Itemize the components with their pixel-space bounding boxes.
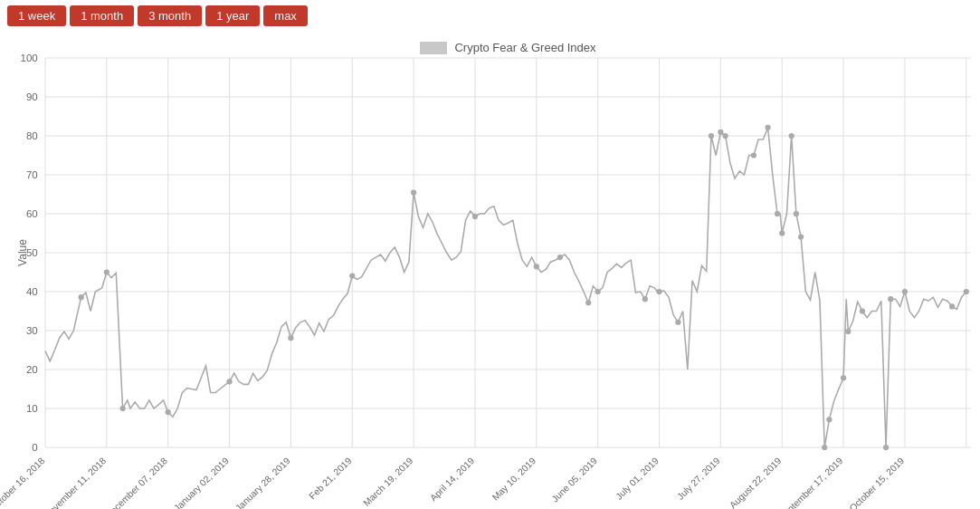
svg-point-53 [79, 294, 84, 300]
svg-text:0: 0 [32, 442, 37, 453]
legend-swatch [420, 42, 447, 54]
svg-text:70: 70 [26, 169, 38, 180]
svg-point-65 [595, 289, 601, 294]
svg-point-55 [119, 406, 125, 411]
svg-point-62 [534, 264, 539, 269]
svg-text:June 05, 2019: June 05, 2019 [550, 456, 600, 504]
btn-1year[interactable]: 1 year [205, 5, 260, 26]
svg-point-60 [411, 189, 416, 195]
svg-text:80: 80 [26, 130, 38, 141]
svg-point-54 [104, 269, 109, 274]
svg-point-58 [288, 335, 293, 341]
svg-text:40: 40 [26, 286, 38, 297]
svg-point-77 [794, 211, 799, 216]
svg-point-61 [472, 214, 478, 219]
y-axis-label: Value [16, 239, 29, 266]
svg-text:March 19, 2019: March 19, 2019 [361, 456, 414, 508]
svg-point-84 [883, 445, 889, 450]
svg-point-76 [789, 133, 794, 139]
chart-container: Crypto Fear & Greed Index Value 0 10 20 … [0, 32, 980, 504]
svg-point-74 [775, 211, 780, 216]
svg-text:January 28, 2019: January 28, 2019 [233, 456, 292, 509]
svg-point-68 [675, 320, 680, 325]
chart-svg: 0 10 20 30 40 50 60 70 80 90 100 [45, 58, 971, 447]
svg-point-56 [166, 409, 171, 415]
btn-max[interactable]: max [263, 5, 308, 26]
svg-point-66 [642, 296, 648, 302]
svg-point-87 [949, 303, 955, 309]
btn-3month[interactable]: 3 month [138, 5, 202, 26]
svg-text:December 07, 2018: December 07, 2018 [104, 456, 170, 509]
svg-text:November 11, 2018: November 11, 2018 [43, 456, 109, 509]
svg-point-71 [722, 133, 728, 139]
svg-text:July 27, 2019: July 27, 2019 [675, 456, 722, 502]
svg-point-73 [765, 125, 770, 130]
svg-text:August 22, 2019: August 22, 2019 [728, 456, 784, 509]
svg-text:April 14, 2019: April 14, 2019 [428, 456, 477, 504]
svg-text:90: 90 [26, 91, 38, 102]
chart-area: Value 0 10 20 30 40 50 60 70 80 [45, 58, 971, 447]
svg-point-85 [888, 296, 893, 302]
svg-point-64 [585, 300, 591, 305]
chart-legend: Crypto Fear & Greed Index [45, 41, 971, 54]
btn-1month[interactable]: 1 month [70, 5, 134, 26]
svg-point-69 [709, 133, 714, 139]
svg-text:October 15, 2019: October 15, 2019 [848, 456, 907, 509]
svg-point-67 [656, 289, 661, 294]
svg-point-80 [826, 417, 832, 422]
svg-point-63 [557, 254, 563, 260]
chart-title: Crypto Fear & Greed Index [454, 41, 595, 54]
svg-text:July 01, 2019: July 01, 2019 [614, 456, 661, 502]
svg-text:September 17, 2019: September 17, 2019 [777, 456, 845, 509]
svg-point-57 [226, 379, 232, 384]
svg-text:20: 20 [26, 364, 38, 375]
svg-text:10: 10 [26, 403, 38, 414]
svg-point-82 [845, 329, 851, 334]
svg-point-83 [860, 308, 865, 313]
toolbar: 1 week 1 month 3 month 1 year max [0, 0, 980, 32]
svg-point-88 [964, 289, 969, 294]
svg-text:60: 60 [26, 208, 38, 219]
svg-point-79 [822, 445, 827, 450]
svg-point-70 [718, 130, 723, 135]
svg-text:October 16, 2018: October 16, 2018 [0, 456, 47, 509]
svg-point-59 [349, 274, 355, 279]
chart-line [45, 128, 966, 447]
svg-point-81 [841, 375, 846, 380]
svg-text:30: 30 [26, 325, 38, 336]
svg-text:January 02, 2019: January 02, 2019 [172, 456, 231, 509]
svg-text:100: 100 [21, 53, 38, 63]
svg-point-78 [798, 235, 804, 240]
svg-text:Feb 21, 2019: Feb 21, 2019 [307, 456, 353, 502]
svg-text:May 10, 2019: May 10, 2019 [490, 456, 538, 503]
svg-point-72 [751, 152, 756, 158]
btn-1week[interactable]: 1 week [7, 5, 66, 26]
svg-point-86 [902, 289, 908, 294]
svg-point-75 [779, 230, 785, 235]
